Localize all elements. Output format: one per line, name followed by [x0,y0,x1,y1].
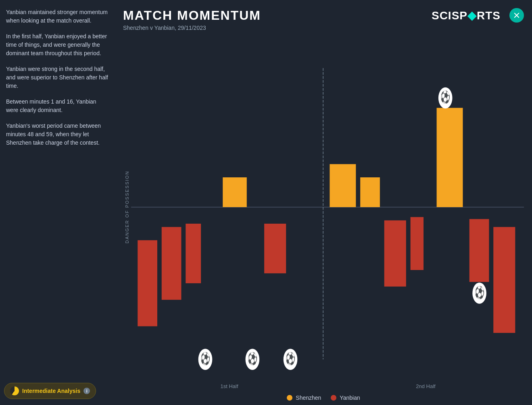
bar-yanbian-1 [138,240,157,326]
close-button[interactable] [509,8,524,23]
bar-shenzhen-3 [360,177,380,207]
first-half-label: 1st Half [220,383,238,389]
bar-shenzhen-1 [223,177,247,207]
info-icon[interactable]: i [83,388,90,394]
bar-yanbian-4 [264,224,286,273]
bar-yanbian-2 [162,227,182,300]
bar-yanbian-6 [411,217,424,270]
left-panel: Yanbian maintained stronger momentum whe… [0,0,115,405]
shenzhen-label: Shenzhen [296,395,321,401]
chart-wrapper: DANGER OF POSSESSION [123,35,524,379]
title-block: MATCH MOMENTUM Shenzhen v Yanbian, 29/11… [123,8,261,31]
shenzhen-dot [287,395,292,401]
svg-text:⚽: ⚽ [286,351,296,366]
analysis-paragraph-5: Yanbian's worst period came between minu… [6,122,109,147]
half-labels: 1st Half 2nd Half [123,382,524,390]
analysis-paragraph-4: Between minutes 1 and 16, Yanbian were c… [6,98,109,114]
second-half-label: 2nd Half [416,383,435,389]
yanbian-label: Yanbian [340,395,360,401]
bar-yanbian-8 [493,227,515,333]
legend: Shenzhen Yanbian [287,395,360,401]
main-container: Yanbian maintained stronger momentum whe… [0,0,532,405]
svg-text:⚽: ⚽ [475,285,485,300]
svg-text:⚽: ⚽ [248,351,258,366]
analysis-icon [10,386,19,395]
y-axis-label: DANGER OF POSSESSION [123,35,131,379]
bar-yanbian-7 [469,219,489,282]
analysis-paragraph-3: Yanbian were strong in the second half, … [6,65,109,90]
analysis-paragraph-2: In the first half, Yanbian enjoyed a bet… [6,32,109,58]
yanbian-dot [331,395,336,401]
analysis-paragraph-1: Yanbian maintained stronger momentum whe… [6,8,109,25]
chart-svg: ⚽ ⚽ ⚽ [131,35,524,379]
logo-accent: ◆ [467,9,477,22]
match-title: MATCH MOMENTUM [123,8,261,23]
chart-footer: 1st Half 2nd Half Shenzhen Yanbian [123,382,524,401]
legend-yanbian: Yanbian [331,395,360,401]
logo-text: SCISP◆RTS [432,9,501,22]
legend-shenzhen: Shenzhen [287,395,321,401]
match-subtitle: Shenzhen v Yanbian, 29/11/2023 [123,25,261,31]
svg-text:⚽: ⚽ [200,351,211,366]
header-row: MATCH MOMENTUM Shenzhen v Yanbian, 29/11… [123,8,524,31]
bar-shenzhen-2 [330,164,356,207]
analysis-label: Intermediate Analysis [22,388,80,394]
chart-area: DANGER OF POSSESSION [123,35,524,401]
bar-yanbian-5 [384,220,406,287]
svg-text:⚽: ⚽ [440,90,451,105]
chart-inner: ⚽ ⚽ ⚽ [131,35,524,379]
right-panel: MATCH MOMENTUM Shenzhen v Yanbian, 29/11… [115,0,532,405]
intermediate-analysis-bar[interactable]: Intermediate Analysis i [4,383,96,399]
logo-area: SCISP◆RTS [432,9,501,22]
bar-shenzhen-4 [437,108,463,207]
bar-yanbian-3 [186,224,201,283]
